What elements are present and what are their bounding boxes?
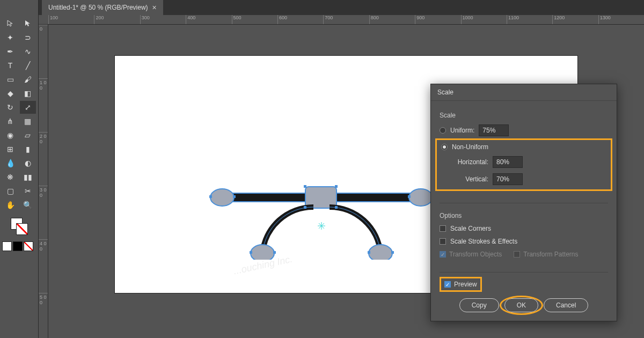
svg-point-5: [369, 245, 392, 260]
scale-strokes-checkbox[interactable]: [440, 238, 446, 245]
close-icon[interactable]: ×: [152, 3, 157, 12]
horizontal-ruler: 1002003004005006007008009001000110012001…: [39, 15, 644, 25]
eyedropper-tool-icon[interactable]: 💧: [2, 157, 18, 170]
scale-section-label: Scale: [440, 112, 608, 119]
width-tool-icon[interactable]: ⋔: [2, 115, 18, 128]
curvature-tool-icon[interactable]: ∿: [20, 45, 36, 58]
gradient-swatch[interactable]: [13, 241, 23, 251]
line-tool-icon[interactable]: ╱: [20, 59, 36, 72]
pen-tool-icon[interactable]: ✒: [2, 45, 18, 58]
svg-rect-10: [304, 185, 306, 188]
canvas[interactable]: ...ouching Inc. Scale Scale Uniform:: [48, 25, 644, 338]
toolbox: ✦ ⊃ ✒ ∿ T ╱ ▭ 🖌 ◆ ◧ ↻ ⤢ ⋔ ▦ ◉ ▱ ⊞ ▮ 💧 ◐ …: [0, 0, 39, 338]
mesh-tool-icon[interactable]: ⊞: [2, 143, 18, 156]
svg-rect-17: [391, 251, 394, 254]
vertical-label: Vertical:: [451, 175, 488, 183]
lasso-tool-icon[interactable]: ⊃: [20, 31, 36, 44]
gradient-tool-icon[interactable]: ▮: [20, 143, 36, 156]
free-transform-tool-icon[interactable]: ▦: [20, 115, 36, 128]
symbol-sprayer-tool-icon[interactable]: ❋: [2, 171, 18, 183]
scale-corners-label: Scale Corners: [450, 225, 491, 232]
nonuniform-radio[interactable]: [441, 144, 448, 150]
paintbrush-tool-icon[interactable]: 🖌: [20, 73, 36, 86]
ok-button[interactable]: OK: [504, 298, 538, 312]
uniform-label: Uniform:: [450, 127, 474, 134]
transform-patterns-label: Transform Patterns: [523, 251, 578, 258]
svg-rect-16: [368, 251, 370, 254]
svg-rect-12: [304, 206, 306, 209]
svg-rect-8: [408, 195, 411, 198]
svg-point-2: [210, 189, 234, 206]
scale-corners-checkbox[interactable]: [440, 225, 446, 232]
svg-rect-14: [250, 251, 252, 254]
magic-wand-tool-icon[interactable]: ✦: [2, 31, 18, 44]
svg-rect-7: [233, 195, 236, 198]
hand-tool-icon[interactable]: ✋: [2, 199, 18, 211]
tab-bar: Untitled-1* @ 50 % (RGB/Preview) ×: [0, 0, 644, 15]
dialog-title: Scale: [431, 84, 617, 101]
svg-rect-15: [273, 251, 276, 254]
workspace: 1002003004005006007008009001000110012001…: [39, 15, 644, 338]
document-tab[interactable]: Untitled-1* @ 50 % (RGB/Preview) ×: [42, 0, 163, 15]
svg-point-3: [409, 189, 433, 206]
type-tool-icon[interactable]: T: [2, 59, 18, 72]
tab-title: Untitled-1* @ 50 % (RGB/Preview): [48, 4, 148, 11]
transform-objects-label: Transform Objects: [449, 251, 502, 258]
color-swatch[interactable]: [2, 241, 12, 251]
rotate-tool-icon[interactable]: ↻: [2, 101, 18, 114]
nonuniform-label: Non-Uniform: [452, 143, 488, 151]
vertical-ruler: 01 0 02 0 03 0 04 0 05 0 0: [39, 25, 48, 338]
shape-builder-tool-icon[interactable]: ◉: [2, 129, 18, 142]
vector-artwork[interactable]: [201, 163, 442, 260]
scale-dialog: Scale Scale Uniform: Non-Uniform: [430, 84, 617, 321]
svg-rect-13: [335, 206, 338, 209]
slice-tool-icon[interactable]: ✂: [20, 185, 36, 197]
copy-button[interactable]: Copy: [459, 298, 499, 312]
uniform-radio[interactable]: [440, 127, 446, 134]
preview-highlight: Preview: [440, 277, 482, 292]
rectangle-tool-icon[interactable]: ▭: [2, 73, 18, 86]
scale-strokes-label: Scale Strokes & Effects: [450, 238, 517, 245]
uniform-input[interactable]: [479, 124, 509, 136]
artboard-tool-icon[interactable]: ▢: [2, 185, 18, 197]
horizontal-input[interactable]: [493, 156, 523, 168]
fill-stroke-swatch[interactable]: [11, 218, 28, 235]
none-swatch[interactable]: [24, 241, 33, 251]
preview-checkbox[interactable]: [444, 281, 451, 288]
color-mode-row: [0, 239, 38, 253]
cancel-button[interactable]: Cancel: [544, 298, 588, 312]
perspective-tool-icon[interactable]: ▱: [20, 129, 36, 142]
svg-rect-6: [209, 195, 212, 198]
column-graph-tool-icon[interactable]: ▮▮: [20, 171, 36, 183]
eraser-tool-icon[interactable]: ◧: [20, 87, 36, 100]
scale-tool-icon[interactable]: ⤢: [20, 101, 36, 114]
direct-selection-tool-icon[interactable]: [20, 17, 36, 30]
shaper-tool-icon[interactable]: ◆: [2, 87, 18, 100]
selection-tool-icon[interactable]: [2, 17, 18, 30]
transform-patterns-checkbox: [514, 251, 520, 258]
horizontal-label: Horizontal:: [451, 158, 488, 166]
preview-label: Preview: [454, 281, 477, 288]
transform-objects-checkbox: [440, 251, 446, 258]
zoom-tool-icon[interactable]: 🔍: [20, 199, 36, 211]
svg-rect-11: [335, 185, 338, 188]
nonuniform-highlight: Non-Uniform Horizontal: Vertical:: [435, 138, 612, 191]
options-section-label: Options: [440, 212, 608, 219]
blend-tool-icon[interactable]: ◐: [20, 157, 36, 170]
vertical-input[interactable]: [493, 173, 523, 185]
